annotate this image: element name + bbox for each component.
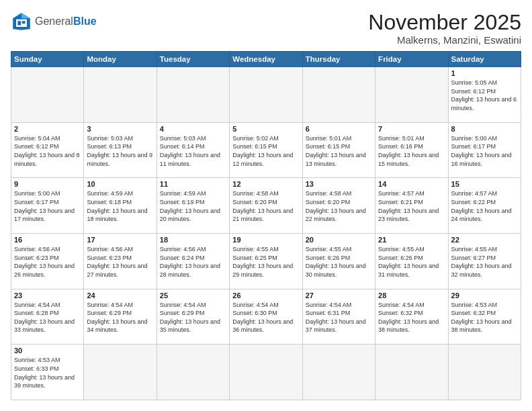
calendar-cell: [302, 345, 375, 400]
calendar-cell: 20Sunrise: 4:55 AM Sunset: 6:26 PM Dayli…: [302, 234, 375, 289]
calendar-cell: 29Sunrise: 4:53 AM Sunset: 6:32 PM Dayli…: [448, 289, 521, 345]
day-info: Sunrise: 4:54 AM Sunset: 6:29 PM Dayligh…: [160, 301, 226, 334]
header-thursday: Thursday: [302, 52, 375, 67]
calendar-cell: 22Sunrise: 4:55 AM Sunset: 6:27 PM Dayli…: [448, 234, 521, 289]
day-info: Sunrise: 5:01 AM Sunset: 6:15 PM Dayligh…: [306, 134, 372, 168]
calendar-cell: 8Sunrise: 5:00 AM Sunset: 6:17 PM Daylig…: [448, 122, 521, 178]
day-info: Sunrise: 5:05 AM Sunset: 6:12 PM Dayligh…: [451, 79, 518, 112]
day-number: 29: [451, 291, 518, 300]
header-friday: Friday: [375, 52, 448, 67]
day-number: 18: [160, 236, 226, 244]
calendar-cell: 6Sunrise: 5:01 AM Sunset: 6:15 PM Daylig…: [302, 122, 375, 178]
day-number: 4: [160, 125, 226, 133]
day-info: Sunrise: 4:57 AM Sunset: 6:21 PM Dayligh…: [378, 189, 445, 223]
day-number: 20: [306, 236, 372, 244]
day-info: Sunrise: 5:01 AM Sunset: 6:16 PM Dayligh…: [378, 134, 445, 168]
day-info: Sunrise: 4:55 AM Sunset: 6:27 PM Dayligh…: [451, 245, 518, 279]
day-number: 16: [14, 236, 81, 244]
day-number: 10: [87, 180, 153, 188]
calendar-cell: [84, 67, 157, 123]
day-number: 15: [451, 180, 518, 188]
calendar-cell: [157, 67, 229, 123]
day-info: Sunrise: 4:55 AM Sunset: 6:25 PM Dayligh…: [232, 245, 299, 279]
day-number: 25: [160, 291, 226, 300]
day-number: 2: [14, 125, 81, 133]
day-number: 22: [451, 236, 518, 244]
calendar-cell: 16Sunrise: 4:56 AM Sunset: 6:23 PM Dayli…: [11, 234, 84, 289]
day-number: 27: [306, 291, 372, 300]
day-number: 24: [87, 291, 153, 300]
header-sunday: Sunday: [11, 52, 84, 67]
header-wednesday: Wednesday: [230, 52, 302, 67]
header-tuesday: Tuesday: [157, 52, 229, 67]
day-number: 8: [451, 125, 518, 133]
day-number: 12: [232, 180, 299, 188]
day-info: Sunrise: 4:56 AM Sunset: 6:24 PM Dayligh…: [160, 245, 226, 279]
calendar-cell: 3Sunrise: 5:03 AM Sunset: 6:13 PM Daylig…: [84, 122, 157, 178]
calendar-cell: 11Sunrise: 4:59 AM Sunset: 6:19 PM Dayli…: [157, 178, 229, 234]
calendar-cell: [448, 345, 521, 400]
day-info: Sunrise: 4:54 AM Sunset: 6:30 PM Dayligh…: [232, 301, 299, 334]
day-number: 14: [378, 180, 445, 188]
calendar-cell: 13Sunrise: 4:58 AM Sunset: 6:20 PM Dayli…: [302, 178, 375, 234]
day-info: Sunrise: 4:56 AM Sunset: 6:23 PM Dayligh…: [14, 245, 81, 279]
calendar-cell: 23Sunrise: 4:54 AM Sunset: 6:28 PM Dayli…: [11, 289, 84, 345]
day-info: Sunrise: 4:55 AM Sunset: 6:26 PM Dayligh…: [378, 245, 445, 279]
day-info: Sunrise: 5:03 AM Sunset: 6:14 PM Dayligh…: [160, 134, 226, 168]
day-info: Sunrise: 4:59 AM Sunset: 6:19 PM Dayligh…: [160, 189, 226, 223]
day-info: Sunrise: 4:53 AM Sunset: 6:32 PM Dayligh…: [451, 301, 518, 334]
calendar-cell: 12Sunrise: 4:58 AM Sunset: 6:20 PM Dayli…: [230, 178, 302, 234]
page: GeneralBlue November 2025 Malkerns, Manz…: [0, 0, 532, 411]
calendar-cell: 5Sunrise: 5:02 AM Sunset: 6:15 PM Daylig…: [230, 122, 302, 178]
calendar-cell: 21Sunrise: 4:55 AM Sunset: 6:26 PM Dayli…: [375, 234, 448, 289]
calendar-cell: 24Sunrise: 4:54 AM Sunset: 6:29 PM Dayli…: [84, 289, 157, 345]
day-info: Sunrise: 5:00 AM Sunset: 6:17 PM Dayligh…: [451, 134, 518, 168]
calendar-cell: 7Sunrise: 5:01 AM Sunset: 6:16 PM Daylig…: [375, 122, 448, 178]
calendar-cell: 30Sunrise: 4:53 AM Sunset: 6:33 PM Dayli…: [11, 345, 84, 400]
svg-rect-3: [17, 21, 21, 25]
day-info: Sunrise: 4:58 AM Sunset: 6:20 PM Dayligh…: [306, 189, 372, 223]
calendar-cell: 15Sunrise: 4:57 AM Sunset: 6:22 PM Dayli…: [448, 178, 521, 234]
calendar-cell: 9Sunrise: 5:00 AM Sunset: 6:17 PM Daylig…: [11, 178, 84, 234]
day-number: 11: [160, 180, 226, 188]
calendar-title: November 2025: [368, 11, 521, 34]
day-info: Sunrise: 5:04 AM Sunset: 6:12 PM Dayligh…: [14, 134, 81, 168]
day-number: 6: [306, 125, 372, 133]
calendar-table: Sunday Monday Tuesday Wednesday Thursday…: [11, 51, 521, 400]
day-number: 28: [378, 291, 445, 300]
calendar-cell: 26Sunrise: 4:54 AM Sunset: 6:30 PM Dayli…: [230, 289, 302, 345]
day-number: 17: [87, 236, 153, 244]
calendar-cell: 2Sunrise: 5:04 AM Sunset: 6:12 PM Daylig…: [11, 122, 84, 178]
logo-icon: [11, 11, 32, 32]
weekday-header-row: Sunday Monday Tuesday Wednesday Thursday…: [11, 52, 521, 67]
day-number: 26: [232, 291, 299, 300]
calendar-cell: 19Sunrise: 4:55 AM Sunset: 6:25 PM Dayli…: [230, 234, 302, 289]
calendar-cell: 10Sunrise: 4:59 AM Sunset: 6:18 PM Dayli…: [84, 178, 157, 234]
calendar-cell: [230, 345, 302, 400]
header-monday: Monday: [84, 52, 157, 67]
header-saturday: Saturday: [448, 52, 521, 67]
day-info: Sunrise: 4:54 AM Sunset: 6:29 PM Dayligh…: [87, 301, 153, 334]
day-info: Sunrise: 4:54 AM Sunset: 6:31 PM Dayligh…: [306, 301, 372, 334]
day-number: 13: [306, 180, 372, 188]
day-info: Sunrise: 4:57 AM Sunset: 6:22 PM Dayligh…: [451, 189, 518, 223]
calendar-cell: [230, 67, 302, 123]
calendar-cell: 28Sunrise: 4:54 AM Sunset: 6:32 PM Dayli…: [375, 289, 448, 345]
day-number: 21: [378, 236, 445, 244]
day-info: Sunrise: 4:53 AM Sunset: 6:33 PM Dayligh…: [14, 356, 81, 390]
day-info: Sunrise: 4:55 AM Sunset: 6:26 PM Dayligh…: [306, 245, 372, 279]
day-number: 9: [14, 180, 81, 188]
calendar-cell: 17Sunrise: 4:56 AM Sunset: 6:23 PM Dayli…: [84, 234, 157, 289]
day-number: 7: [378, 125, 445, 133]
calendar-cell: [375, 67, 448, 123]
day-info: Sunrise: 4:59 AM Sunset: 6:18 PM Dayligh…: [87, 189, 153, 223]
day-info: Sunrise: 4:58 AM Sunset: 6:20 PM Dayligh…: [232, 189, 299, 223]
calendar-cell: 27Sunrise: 4:54 AM Sunset: 6:31 PM Dayli…: [302, 289, 375, 345]
day-number: 23: [14, 291, 81, 300]
day-number: 3: [87, 125, 153, 133]
logo-text: GeneralBlue: [35, 15, 97, 28]
logo: GeneralBlue: [11, 11, 97, 32]
day-info: Sunrise: 4:54 AM Sunset: 6:32 PM Dayligh…: [378, 301, 445, 334]
day-number: 1: [451, 69, 518, 77]
calendar-cell: [157, 345, 229, 400]
